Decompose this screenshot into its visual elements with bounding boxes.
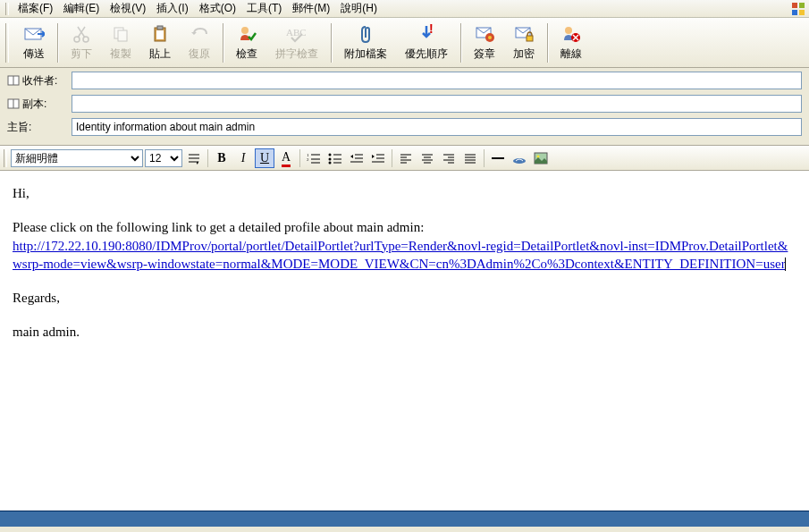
offline-icon: [560, 23, 582, 45]
menu-insert[interactable]: 插入(I): [151, 0, 193, 18]
paragraph-style-button[interactable]: ▾: [184, 148, 204, 168]
copy-icon: [110, 23, 131, 45]
svg-point-36: [329, 158, 332, 161]
menu-format[interactable]: 格式(O): [194, 0, 241, 18]
check-button[interactable]: 檢查: [227, 21, 266, 63]
hr-button[interactable]: [488, 148, 508, 168]
priority-icon: !: [416, 23, 437, 45]
spell-button[interactable]: ABC 拼字檢查: [266, 21, 327, 63]
body-link[interactable]: http://172.22.10.190:8080/IDMProv/portal…: [13, 239, 788, 271]
spell-icon: ABC: [286, 23, 308, 45]
svg-point-37: [329, 162, 332, 165]
offline-button[interactable]: 離線: [552, 21, 591, 63]
grip-icon: [5, 3, 9, 15]
grip-icon: [4, 149, 7, 167]
outdent-button[interactable]: [347, 148, 367, 168]
paste-button[interactable]: 貼上: [140, 21, 180, 63]
separator: [484, 149, 485, 167]
menu-tools[interactable]: 工具(T): [241, 0, 287, 18]
header-fields: 收件者: 副本: 主旨:: [0, 68, 809, 146]
main-toolbar: 傳送 剪下 複製 貼上 復原 檢查 ABC 拼字檢查 附加檔案 ! 優先順序 簽…: [0, 18, 809, 68]
svg-text:ABC: ABC: [286, 27, 307, 38]
menu-view[interactable]: 檢視(V): [105, 0, 151, 18]
svg-rect-11: [156, 30, 164, 39]
separator: [331, 23, 332, 63]
link-button[interactable]: [510, 148, 529, 168]
copy-button[interactable]: 複製: [101, 21, 140, 63]
separator: [57, 23, 58, 63]
subject-input[interactable]: [72, 118, 802, 136]
address-book-icon: [7, 75, 20, 86]
priority-button[interactable]: ! 優先順序: [396, 21, 457, 63]
underline-button[interactable]: U: [255, 148, 274, 168]
italic-button[interactable]: I: [233, 148, 253, 168]
body-signature: main admin.: [13, 323, 796, 341]
body-regards: Regards,: [13, 289, 796, 307]
format-toolbar: 新細明體 12 ▾ B I U A 12: [0, 146, 809, 171]
encrypt-button[interactable]: 加密: [504, 21, 544, 63]
numbered-list-button[interactable]: 12: [304, 148, 324, 168]
check-names-icon: [236, 23, 257, 45]
grip-icon: [5, 23, 9, 63]
undo-icon: [189, 23, 210, 45]
menu-file[interactable]: 檔案(F): [13, 0, 58, 18]
message-body[interactable]: Hi, Please click on the following link t…: [0, 171, 809, 511]
cc-input[interactable]: [72, 95, 802, 113]
svg-rect-19: [527, 36, 533, 41]
body-intro: Please click on the following link to ge…: [13, 220, 424, 234]
separator: [223, 23, 223, 63]
align-left-button[interactable]: [396, 148, 416, 168]
svg-rect-8: [118, 30, 127, 41]
encrypt-icon: [513, 23, 535, 45]
text-cursor: [785, 258, 786, 271]
status-bar: [0, 511, 809, 527]
separator: [392, 149, 392, 167]
svg-point-35: [329, 154, 332, 156]
svg-text:2: 2: [307, 157, 309, 162]
menu-help[interactable]: 說明(H): [335, 0, 383, 18]
svg-rect-1: [799, 3, 805, 8]
svg-point-12: [241, 27, 249, 34]
font-select[interactable]: 新細明體: [11, 149, 143, 167]
bold-button[interactable]: B: [212, 148, 232, 168]
menu-edit[interactable]: 編輯(E): [58, 0, 105, 18]
svg-text:▾: ▾: [196, 159, 199, 165]
separator: [207, 149, 208, 167]
align-right-button[interactable]: [439, 148, 459, 168]
address-book-icon: [7, 98, 20, 109]
picture-button[interactable]: [531, 148, 551, 168]
to-label[interactable]: 收件者:: [7, 73, 72, 89]
windows-logo-icon: [791, 2, 805, 16]
cc-label[interactable]: 副本:: [7, 97, 72, 112]
svg-rect-2: [792, 10, 797, 15]
subject-label: 主旨:: [7, 120, 72, 135]
svg-point-20: [565, 27, 572, 34]
separator: [460, 23, 461, 63]
separator: [547, 23, 548, 63]
separator: [299, 149, 300, 167]
svg-text:!: !: [429, 24, 434, 36]
to-input[interactable]: [72, 72, 802, 89]
indent-button[interactable]: [368, 148, 388, 168]
menu-mail[interactable]: 郵件(M): [287, 0, 335, 18]
attach-icon: [355, 23, 376, 45]
bullet-list-button[interactable]: [325, 148, 345, 168]
align-center-button[interactable]: [417, 148, 437, 168]
sign-icon: [474, 23, 495, 45]
svg-rect-0: [792, 3, 797, 8]
cut-icon: [71, 23, 92, 45]
body-greeting: Hi,: [13, 184, 796, 202]
undo-button[interactable]: 復原: [180, 21, 219, 63]
paste-icon: [149, 23, 171, 45]
menu-bar: 檔案(F) 編輯(E) 檢視(V) 插入(I) 格式(O) 工具(T) 郵件(M…: [0, 0, 809, 18]
font-color-button[interactable]: A: [276, 148, 296, 168]
size-select[interactable]: 12: [145, 149, 182, 167]
svg-point-17: [488, 36, 492, 39]
attach-button[interactable]: 附加檔案: [335, 21, 396, 63]
cut-button[interactable]: 剪下: [62, 21, 101, 63]
align-justify-button[interactable]: [460, 148, 480, 168]
svg-point-5: [74, 37, 80, 42]
send-button[interactable]: 傳送: [14, 21, 54, 63]
sign-button[interactable]: 簽章: [465, 21, 504, 63]
svg-point-6: [83, 37, 88, 42]
